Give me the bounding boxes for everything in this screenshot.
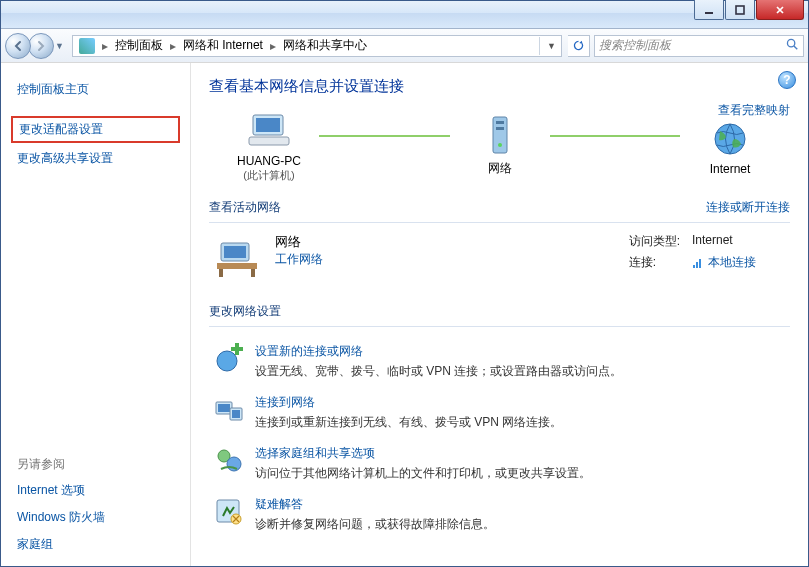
svg-rect-8: [496, 127, 504, 130]
svg-point-19: [217, 351, 237, 371]
sidebar-homegroup[interactable]: 家庭组: [1, 531, 190, 558]
map-internet-label: Internet: [710, 162, 751, 176]
option-setup-title[interactable]: 设置新的连接或网络: [255, 343, 788, 360]
svg-point-9: [498, 143, 502, 147]
sidebar: 控制面板主页 更改适配器设置 更改高级共享设置 另请参阅 Internet 选项…: [1, 63, 191, 566]
svg-point-2: [787, 39, 794, 46]
setup-connection-icon: [213, 343, 245, 375]
sidebar-windows-firewall[interactable]: Windows 防火墙: [1, 504, 190, 531]
sidebar-adapter-settings[interactable]: 更改适配器设置: [11, 116, 180, 143]
active-network-panel: 网络 工作网络 访问类型: Internet 连接: 本地连接: [209, 223, 790, 287]
breadcrumb-control-panel[interactable]: 控制面板: [111, 36, 167, 56]
view-full-map-link[interactable]: 查看完整映射: [718, 102, 790, 119]
sidebar-home-link[interactable]: 控制面板主页: [1, 75, 190, 104]
map-network-label: 网络: [488, 160, 512, 177]
connect-network-icon: [213, 394, 245, 426]
chevron-right-icon[interactable]: ▸: [167, 39, 179, 53]
map-pc-name: HUANG-PC: [237, 154, 301, 168]
option-troubleshoot-desc: 诊断并修复网络问题，或获得故障排除信息。: [255, 516, 788, 533]
breadcrumb-network-sharing-center[interactable]: 网络和共享中心: [279, 36, 371, 56]
map-link-line: [319, 135, 450, 137]
svg-point-27: [227, 457, 241, 471]
svg-rect-13: [217, 263, 257, 269]
svg-rect-21: [235, 343, 239, 355]
option-connect-to-network: 连接到网络 连接到或重新连接到无线、有线、拨号或 VPN 网络连接。: [209, 386, 790, 437]
svg-rect-18: [699, 259, 701, 268]
svg-rect-12: [224, 246, 246, 258]
window-frame: ▼ ▸ 控制面板 ▸ 网络和 Internet ▸ 网络和共享中心 ▼ 搜索控制…: [0, 0, 809, 567]
map-this-pc: HUANG-PC (此计算机): [209, 110, 329, 183]
sidebar-advanced-sharing[interactable]: 更改高级共享设置: [1, 145, 190, 172]
svg-rect-5: [249, 137, 289, 145]
svg-rect-23: [218, 404, 230, 412]
minimize-button[interactable]: [694, 0, 724, 20]
active-network-left: 网络 工作网络: [275, 233, 323, 268]
breadcrumb-dropdown-icon[interactable]: ▼: [544, 41, 559, 51]
option-setup-desc: 设置无线、宽带、拨号、临时或 VPN 连接；或设置路由器或访问点。: [255, 363, 788, 380]
option-setup-new-connection: 设置新的连接或网络 设置无线、宽带、拨号、临时或 VPN 连接；或设置路由器或访…: [209, 335, 790, 386]
svg-rect-17: [696, 262, 698, 268]
address-bar: ▼ ▸ 控制面板 ▸ 网络和 Internet ▸ 网络和共享中心 ▼ 搜索控制…: [1, 29, 808, 63]
chevron-right-icon[interactable]: ▸: [99, 39, 111, 53]
connections-label: 连接:: [629, 254, 680, 271]
map-link-line: [550, 135, 681, 137]
connect-disconnect-link[interactable]: 连接或断开连接: [706, 199, 790, 216]
svg-rect-14: [219, 269, 223, 277]
nav-buttons: ▼: [5, 33, 66, 59]
location-icon: [79, 38, 95, 54]
network-map: 查看完整映射 HUANG-PC (此计算机): [209, 110, 790, 183]
option-homegroup-desc: 访问位于其他网络计算机上的文件和打印机，或更改共享设置。: [255, 465, 788, 482]
window-controls: [694, 0, 804, 28]
svg-rect-16: [693, 265, 695, 268]
close-button[interactable]: [756, 0, 804, 20]
search-placeholder: 搜索控制面板: [599, 37, 671, 54]
back-button[interactable]: [5, 33, 31, 59]
active-network-details: 访问类型: Internet 连接: 本地连接: [629, 233, 756, 271]
help-icon[interactable]: ?: [778, 71, 796, 89]
option-connect-desc: 连接到或重新连接到无线、有线、拨号或 VPN 网络连接。: [255, 414, 788, 431]
divider: [209, 326, 790, 327]
network-bench-icon: [213, 233, 261, 281]
option-troubleshoot-title[interactable]: 疑难解答: [255, 496, 788, 513]
svg-rect-7: [496, 121, 504, 124]
troubleshoot-icon: [213, 496, 245, 528]
option-homegroup-title[interactable]: 选择家庭组和共享选项: [255, 445, 788, 462]
access-type-value: Internet: [692, 233, 756, 250]
maximize-button[interactable]: [725, 0, 755, 20]
access-type-label: 访问类型:: [629, 233, 680, 250]
option-homegroup-sharing: 选择家庭组和共享选项 访问位于其他网络计算机上的文件和打印机，或更改共享设置。: [209, 437, 790, 488]
svg-rect-15: [251, 269, 255, 277]
svg-rect-25: [232, 410, 240, 418]
map-pc-sub: (此计算机): [243, 168, 294, 183]
active-network-type-link[interactable]: 工作网络: [275, 251, 323, 268]
active-network-name: 网络: [275, 233, 323, 251]
active-networks-header: 查看活动网络 连接或断开连接: [209, 199, 790, 220]
computer-icon: [245, 110, 293, 152]
signal-icon: [692, 257, 704, 269]
connections-value-link[interactable]: 本地连接: [692, 254, 756, 271]
svg-rect-1: [736, 6, 744, 14]
svg-rect-4: [256, 118, 280, 132]
see-also-header: 另请参阅: [1, 454, 190, 477]
search-icon[interactable]: [785, 37, 799, 54]
option-troubleshoot: 疑难解答 诊断并修复网络问题，或获得故障排除信息。: [209, 488, 790, 539]
sidebar-internet-options[interactable]: Internet 选项: [1, 477, 190, 504]
forward-button[interactable]: [28, 33, 54, 59]
homegroup-icon: [213, 445, 245, 477]
map-network: 网络: [440, 116, 560, 177]
title-bar: [1, 1, 808, 29]
chevron-right-icon[interactable]: ▸: [267, 39, 279, 53]
breadcrumb-bar[interactable]: ▸ 控制面板 ▸ 网络和 Internet ▸ 网络和共享中心 ▼: [72, 35, 562, 57]
breadcrumb-network-internet[interactable]: 网络和 Internet: [179, 36, 267, 56]
network-settings-list: 设置新的连接或网络 设置无线、宽带、拨号、临时或 VPN 连接；或设置路由器或访…: [209, 335, 790, 539]
svg-rect-0: [705, 12, 713, 14]
network-device-icon: [476, 116, 524, 158]
refresh-button[interactable]: [568, 35, 590, 57]
globe-icon: [706, 118, 754, 160]
page-title: 查看基本网络信息并设置连接: [209, 77, 790, 96]
search-input[interactable]: 搜索控制面板: [594, 35, 804, 57]
option-connect-title[interactable]: 连接到网络: [255, 394, 788, 411]
body: 控制面板主页 更改适配器设置 更改高级共享设置 另请参阅 Internet 选项…: [1, 63, 808, 566]
main-content: ? 查看基本网络信息并设置连接 查看完整映射 HUANG-PC (此计算机): [191, 63, 808, 566]
change-network-settings-header: 更改网络设置: [209, 303, 790, 324]
